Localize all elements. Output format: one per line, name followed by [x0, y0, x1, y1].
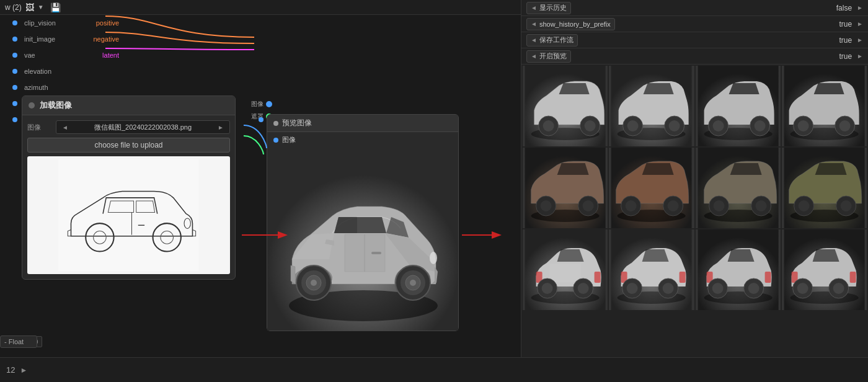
right-panel: ◄ 显示历史 false ► ◄ show_history_by_prefix …: [521, 0, 868, 382]
svg-point-53: [668, 200, 679, 211]
float-label: - Float: [0, 335, 37, 348]
settings-arrow-left-3: ◄: [531, 53, 537, 60]
left-label-clip_vision: clip_vision: [12, 19, 56, 27]
dot-width: [12, 101, 17, 106]
dropdown-icon[interactable]: ▼: [38, 4, 44, 11]
grid-car-svg-1: [609, 66, 694, 146]
settings-value-0: false: [831, 4, 857, 12]
preview-dot: [273, 121, 278, 126]
svg-point-65: [840, 200, 851, 211]
grid-item-4[interactable]: [523, 148, 608, 228]
svg-point-16: [410, 280, 416, 286]
grid-item-0[interactable]: [523, 66, 608, 146]
svg-point-12: [311, 280, 317, 286]
settings-arrow-right-0[interactable]: ►: [857, 4, 863, 11]
file-selector-row: 图像 ◄ 微信截图_20240222002038.png ►: [27, 120, 230, 134]
settings-btn-3[interactable]: ◄ 开启预览: [526, 50, 571, 63]
svg-point-51: [626, 200, 637, 211]
svg-point-33: [712, 120, 724, 131]
dot-clip_vision: [12, 20, 17, 25]
svg-rect-0: [58, 159, 199, 272]
output-image-dot[interactable]: [266, 101, 272, 107]
svg-point-95: [797, 283, 808, 294]
dot-height: [12, 117, 17, 122]
svg-point-35: [754, 120, 765, 131]
image-label: 图像: [27, 123, 52, 132]
left-label-init_image: init_image: [12, 35, 55, 43]
settings-row-3: ◄ 开启预览 true ►: [521, 48, 868, 64]
settings-arrow-left-1: ◄: [531, 20, 537, 27]
settings-label-1: show_history_by_prefix: [539, 20, 611, 28]
image-preview: [27, 156, 230, 274]
selector-text: 微信截图_20240222002038.png: [70, 123, 216, 132]
svg-point-87: [712, 283, 723, 294]
grid-item-10[interactable]: [696, 229, 781, 310]
grid-item-6[interactable]: [696, 148, 781, 228]
grid-car-svg-8: [523, 229, 608, 310]
output-image-row: 图像: [251, 100, 272, 109]
preview-title: 预览图像: [282, 118, 312, 128]
svg-point-47: [583, 200, 594, 211]
car-render-svg: [267, 148, 458, 331]
settings-label-3: 开启预览: [539, 51, 567, 61]
image-grid: [521, 64, 868, 311]
grid-car-svg-4: [523, 148, 608, 228]
settings-row-1: ◄ show_history_by_prefix true ►: [521, 16, 868, 32]
grid-item-8[interactable]: [523, 229, 608, 310]
svg-point-23: [585, 120, 596, 131]
svg-point-71: [542, 283, 553, 294]
settings-btn-2[interactable]: ◄ 保存工作流: [526, 34, 578, 47]
save-icon[interactable]: 💾: [50, 2, 61, 12]
svg-point-21: [543, 120, 554, 131]
settings-btn-0[interactable]: ◄ 显示历史: [526, 2, 571, 14]
grid-car-svg-6: [696, 148, 781, 228]
grid-item-3[interactable]: [782, 66, 867, 146]
car-sketch-svg: [32, 159, 225, 272]
svg-point-57: [713, 200, 724, 211]
settings-arrow-left-2: ◄: [531, 37, 537, 43]
svg-rect-77: [680, 272, 686, 283]
settings-btn-1[interactable]: ◄ show_history_by_prefix: [526, 18, 615, 30]
settings-arrow-right-2[interactable]: ►: [857, 37, 863, 43]
window-icon: 🖼: [25, 2, 34, 12]
svg-point-97: [833, 283, 844, 294]
grid-item-9[interactable]: [609, 229, 694, 310]
settings-arrow-right-1[interactable]: ►: [857, 20, 863, 27]
preview-image-node: 预览图像 图像: [267, 114, 459, 331]
settings-arrow-left-0: ◄: [531, 4, 537, 11]
grid-item-11[interactable]: [782, 229, 867, 310]
svg-point-73: [578, 283, 589, 294]
upload-button[interactable]: choose file to upload: [27, 138, 230, 153]
preview-input-connector: [259, 117, 264, 122]
dot-vae: [12, 53, 17, 58]
next-arrow[interactable]: ►: [216, 122, 226, 132]
preview-input-dot[interactable]: [259, 117, 264, 122]
settings-row-0: ◄ 显示历史 false ►: [521, 0, 868, 16]
svg-rect-8: [371, 252, 381, 254]
node-title: 加载图像: [40, 100, 72, 111]
svg-point-29: [669, 120, 680, 131]
dot-init_image: [12, 37, 17, 42]
sidebar-row-vae: vae latent: [0, 47, 124, 63]
settings-value-1: true: [834, 20, 857, 29]
sidebar-row-init_image: init_image negative: [0, 31, 124, 47]
bottom-bar: 12 ►: [0, 357, 868, 382]
file-selector[interactable]: ◄ 微信截图_20240222002038.png ►: [56, 120, 230, 134]
settings-row-2: ◄ 保存工作流 true ►: [521, 32, 868, 48]
preview-header: 预览图像: [267, 115, 458, 132]
preview-input-dot2[interactable]: [273, 138, 278, 143]
grid-car-svg-5: [609, 148, 694, 228]
grid-item-1[interactable]: [609, 66, 694, 146]
load-image-node: 加载图像 图像 遮罩 图像 ◄ 微信截图_20240222002038.png …: [22, 96, 236, 280]
grid-item-5[interactable]: [609, 148, 694, 228]
grid-car-svg-11: [782, 229, 867, 310]
prev-arrow[interactable]: ◄: [60, 122, 70, 132]
settings-arrow-right-3[interactable]: ►: [857, 53, 863, 60]
node-body: 图像 ◄ 微信截图_20240222002038.png ► choose fi…: [22, 115, 235, 279]
svg-point-27: [627, 120, 639, 131]
sidebar-row-elevation: elevation: [0, 63, 124, 79]
grid-item-7[interactable]: [782, 148, 867, 228]
grid-car-svg-2: [696, 66, 781, 146]
bottom-arrow[interactable]: ►: [20, 366, 27, 375]
grid-item-2[interactable]: [696, 66, 781, 146]
